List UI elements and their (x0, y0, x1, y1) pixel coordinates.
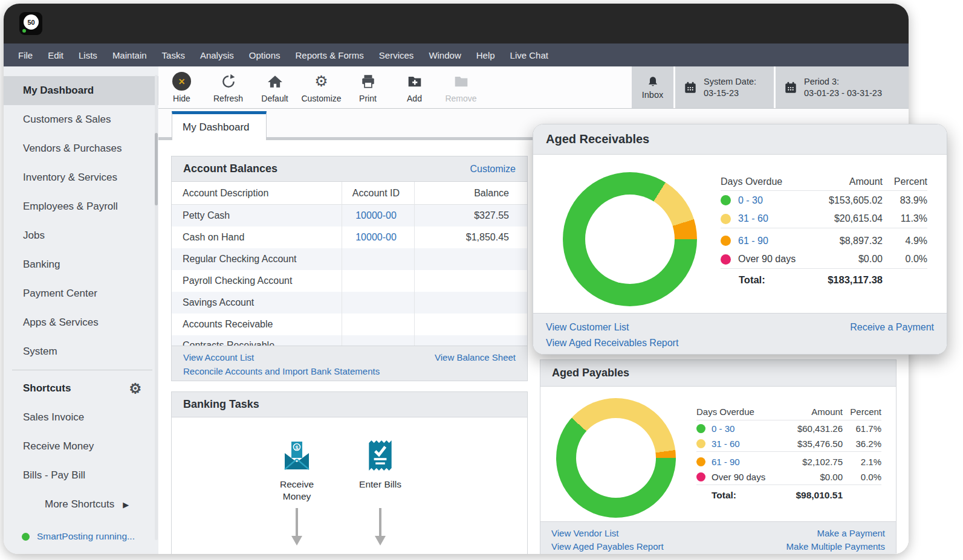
system-date-label: System Date: (704, 76, 756, 88)
customize-button[interactable]: ⚙ Customize (298, 66, 345, 108)
receive-a-payment-link[interactable]: Receive a Payment (850, 320, 934, 335)
legend-dot (721, 214, 731, 224)
aged-row-0-30: 0 - 30 $60,431.26 61.7% (696, 420, 881, 436)
aged-receivables-total-row: Total: $183,117.38 (721, 269, 927, 291)
aged-receivables-footer: View Customer List Receive a Payment Vie… (533, 313, 947, 354)
aged-table-header: Days Overdue Amount Percent (696, 404, 881, 420)
sidebar-shortcut-bills-pay-bill[interactable]: Bills - Pay Bill (4, 461, 158, 490)
customize-link[interactable]: Customize (470, 164, 516, 175)
sidebar-more-shortcuts[interactable]: More Shortcuts ▶ (4, 490, 158, 519)
sidebar-item-employees-payroll[interactable]: Employees & Payroll (4, 192, 158, 221)
aged-bucket-link[interactable]: 31 - 60 (738, 213, 768, 224)
flow-arrow-down (379, 508, 381, 536)
sidebar-scrollbar-thumb[interactable] (155, 133, 158, 205)
column-account-id: Account ID (340, 188, 412, 199)
sidebar-item-payment-center[interactable]: Payment Center (4, 279, 158, 308)
reconcile-accounts-link[interactable]: Reconcile Accounts and Import Bank State… (183, 364, 380, 378)
view-account-list-link[interactable]: View Account List (183, 350, 254, 364)
legend-dot (696, 424, 705, 433)
account-id-link[interactable]: 10000-00 (355, 210, 397, 220)
legend-dot (721, 195, 731, 205)
menu-lists[interactable]: Lists (79, 50, 97, 60)
smartposting-status-dot (22, 533, 30, 541)
account-balances-footer: View Account List View Balance Sheet Rec… (172, 346, 527, 381)
menu-maintain[interactable]: Maintain (112, 50, 147, 60)
sidebar-item-customers-sales[interactable]: Customers & Sales (4, 105, 158, 134)
sidebar-shortcut-receive-money[interactable]: Receive Money (4, 432, 158, 461)
account-balances-header: Account Balances Customize (172, 156, 527, 182)
menu-tasks[interactable]: Tasks (162, 50, 185, 60)
view-balance-sheet-link[interactable]: View Balance Sheet (435, 350, 516, 364)
sidebar-item-system[interactable]: System (4, 337, 158, 366)
sidebar-item-banking[interactable]: Banking (4, 250, 158, 279)
menu-help[interactable]: Help (476, 50, 495, 60)
aged-payables-panel: Aged Payables Days Overdue Amount Percen… (540, 359, 897, 554)
aged-bucket-link[interactable]: 61 - 90 (712, 457, 740, 467)
account-balances-panel: Account Balances Customize Account Descr… (171, 156, 528, 381)
default-button[interactable]: Default (251, 66, 298, 108)
hide-button[interactable]: ✕ Hide (158, 66, 205, 108)
sidebar-item-apps-services[interactable]: Apps & Services (4, 308, 158, 337)
aged-row-61-90: 61 - 90 $8,897.32 4.9% (721, 231, 927, 250)
sidebar-item-my-dashboard[interactable]: My Dashboard (4, 76, 158, 105)
aged-payables-table: Days Overdue Amount Percent 0 - 30 $60,4… (696, 404, 881, 506)
view-customer-list-link[interactable]: View Customer List (546, 320, 629, 335)
period-value: 03-01-23 - 03-31-23 (804, 88, 882, 99)
view-aged-payables-report-link[interactable]: View Aged Payables Report (551, 540, 664, 553)
home-icon (267, 72, 283, 91)
svg-text:$: $ (295, 445, 298, 451)
sidebar-nav: My Dashboard Customers & Sales Vendors &… (4, 66, 158, 554)
system-date-button[interactable]: System Date: 03-15-23 (673, 66, 774, 108)
shortcuts-label: Shortcuts (23, 382, 71, 394)
inbox-button[interactable]: Inbox (630, 66, 673, 108)
receive-money-label: Receive Money (271, 478, 322, 503)
menu-edit[interactable]: Edit (48, 50, 63, 60)
screenshot-canvas: 50 File Edit Lists Maintain Tasks Analys… (0, 0, 963, 560)
aged-payables-total-row: Total: $98,010.51 (696, 485, 881, 506)
menu-file[interactable]: File (18, 50, 33, 60)
tab-my-dashboard[interactable]: My Dashboard (172, 111, 267, 140)
add-button[interactable]: Add (391, 66, 438, 108)
make-a-payment-link[interactable]: Make a Payment (817, 527, 885, 540)
sidebar-item-inventory-services[interactable]: Inventory & Services (4, 163, 158, 192)
menu-reports-forms[interactable]: Reports & Forms (295, 50, 363, 60)
aged-receivables-header: Aged Receivables (533, 124, 947, 155)
receive-money-task[interactable]: $ Receive Money (261, 440, 333, 503)
table-row: Payroll Checking Account (172, 270, 527, 292)
menu-live-chat[interactable]: Live Chat (510, 50, 548, 60)
enter-bills-task[interactable]: Enter Bills (344, 439, 417, 491)
sidebar-shortcut-sales-invoice[interactable]: Sales Invoice (4, 403, 158, 432)
menu-analysis[interactable]: Analysis (200, 50, 234, 60)
view-aged-receivables-report-link[interactable]: View Aged Receivables Report (546, 335, 678, 351)
menu-services[interactable]: Services (379, 50, 414, 60)
menu-window[interactable]: Window (429, 50, 461, 60)
legend-dot (721, 254, 731, 265)
account-id-link[interactable]: 10000-00 (355, 232, 397, 242)
make-multiple-payments-link[interactable]: Make Multiple Payments (786, 540, 885, 553)
receive-money-icon: $ (281, 440, 313, 472)
aged-bucket-link[interactable]: 61 - 90 (738, 236, 768, 246)
sidebar-item-jobs[interactable]: Jobs (4, 221, 158, 250)
view-vendor-list-link[interactable]: View Vendor List (551, 527, 618, 540)
aged-bucket-link[interactable]: 0 - 30 (738, 195, 763, 206)
donut-hole (576, 418, 656, 498)
flow-arrow-down (296, 508, 298, 536)
bell-icon (646, 76, 660, 89)
folder-add-icon (407, 72, 423, 91)
aged-row-0-30: 0 - 30 $153,605.02 83.9% (721, 191, 927, 210)
print-button[interactable]: Print (345, 66, 391, 108)
aged-bucket-link[interactable]: 31 - 60 (712, 439, 740, 449)
enter-bills-icon (366, 439, 394, 472)
column-separator (342, 182, 342, 347)
sidebar-item-vendors-purchases[interactable]: Vendors & Purchases (4, 134, 158, 163)
aged-row-31-60: 31 - 60 $20,615.04 11.3% (721, 210, 927, 228)
smartposting-status[interactable]: SmartPosting running... (22, 531, 135, 542)
refresh-button[interactable]: Refresh (205, 66, 251, 108)
sidebar-scrollbar[interactable] (155, 75, 158, 540)
aged-bucket-link[interactable]: 0 - 30 (712, 423, 734, 434)
menu-options[interactable]: Options (249, 50, 280, 60)
column-balance: Balance (412, 188, 527, 199)
period-button[interactable]: Period 3: 03-01-23 - 03-31-23 (774, 66, 909, 108)
shortcuts-gear-icon[interactable]: ⚙ (129, 382, 141, 396)
table-row: Petty Cash 10000-00 $327.55 (172, 205, 527, 227)
